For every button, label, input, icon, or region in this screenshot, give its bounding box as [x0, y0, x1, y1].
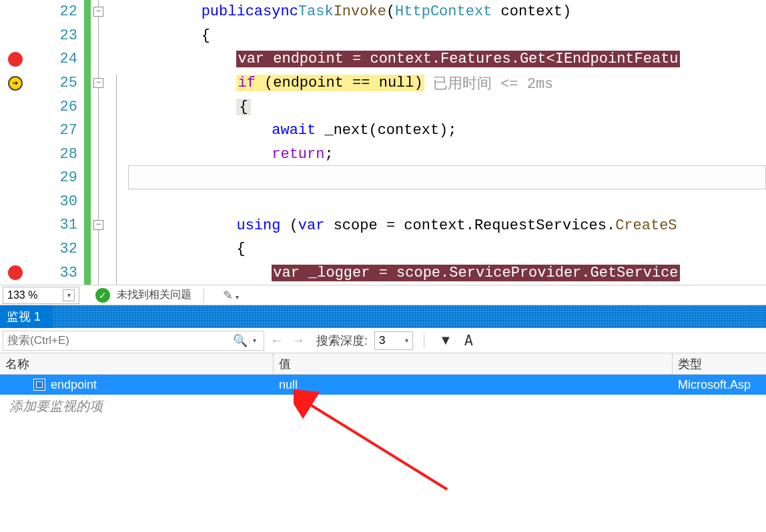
column-header-type[interactable]: 类型	[673, 353, 766, 374]
code-line[interactable]: public async Task Invoke(HttpContext con…	[128, 0, 766, 24]
search-input[interactable]	[7, 334, 233, 347]
line-number-margin: 22 23 24 25 26 27 28 29 30 31 32 33	[31, 0, 84, 285]
code-line[interactable]: using (var scope = context.RequestServic…	[128, 213, 766, 237]
health-ok-icon[interactable]: ✓	[95, 288, 110, 303]
watch-grid[interactable]: 名称 值 类型 endpoint null Microsoft.Asp 添加要监…	[0, 353, 766, 418]
fold-toggle-icon[interactable]: −	[93, 220, 103, 230]
text-visualizer-icon[interactable]: A	[464, 332, 473, 349]
code-line[interactable]: await _next(context);	[128, 119, 766, 143]
fold-toggle-icon[interactable]: −	[93, 78, 103, 88]
chevron-down-icon[interactable]: ▾	[236, 293, 239, 301]
line-number: 28	[31, 142, 84, 166]
search-depth-dropdown[interactable]: 3 ▾	[374, 331, 413, 350]
code-line[interactable]: if (endpoint == null) 已用时间 <= 2ms	[128, 71, 766, 95]
nav-forward-button[interactable]: →	[290, 332, 307, 349]
code-line[interactable]: {	[128, 95, 766, 119]
watch-row[interactable]: endpoint null Microsoft.Asp	[0, 375, 766, 395]
search-depth-label: 搜索深度:	[316, 333, 368, 349]
chevron-down-icon[interactable]: ▾	[249, 337, 260, 344]
search-icon[interactable]: 🔍	[233, 333, 248, 348]
line-number: 33	[31, 261, 84, 285]
watch-toolbar: 🔍 ▾ ← → 搜索深度: 3 ▾ ▼ A	[0, 328, 766, 353]
column-header-name[interactable]: 名称	[0, 353, 274, 374]
line-number: 23	[31, 24, 84, 48]
code-text-area[interactable]: public async Task Invoke(HttpContext con…	[128, 0, 766, 285]
code-editor[interactable]: ➔ 22 23 24 25 26 27 28 29 30 31 32 33 − …	[0, 0, 766, 285]
outlining-margin[interactable]: − − −	[91, 0, 128, 285]
line-number: 24	[31, 47, 84, 71]
line-number: 30	[31, 190, 84, 214]
watch-value: null	[279, 378, 298, 392]
code-line[interactable]: return;	[128, 143, 766, 167]
watch-type: Microsoft.Asp	[678, 378, 751, 392]
cleanup-icon[interactable]: ✎▾	[223, 288, 239, 303]
title-bar-grip[interactable]	[53, 305, 766, 328]
editor-status-bar: 133 % ▾ ✓ 未找到相关问题 ✎▾	[0, 285, 766, 305]
watch-search-box[interactable]: 🔍 ▾	[3, 331, 264, 351]
line-number: 22	[31, 0, 84, 24]
line-number: 32	[31, 237, 84, 261]
nav-back-button[interactable]: ←	[268, 332, 286, 349]
variable-icon	[33, 379, 45, 391]
watch-name: endpoint	[51, 378, 97, 392]
code-line[interactable]: }	[128, 166, 766, 190]
line-number: 31	[31, 213, 84, 237]
filter-icon[interactable]: ▼	[439, 333, 452, 348]
line-number: 29	[31, 166, 84, 190]
chevron-down-icon[interactable]: ▾	[63, 289, 75, 301]
column-header-value[interactable]: 值	[274, 353, 673, 374]
change-tracking-margin	[84, 0, 91, 285]
code-line[interactable]: {	[128, 237, 766, 261]
breakpoint-margin[interactable]: ➔	[0, 0, 31, 285]
add-watch-placeholder[interactable]: 添加要监视的项	[0, 395, 766, 418]
zoom-level-dropdown[interactable]: 133 % ▾	[3, 287, 79, 304]
code-line[interactable]	[128, 190, 766, 214]
line-number: 27	[31, 119, 84, 143]
fold-toggle-icon[interactable]: −	[93, 7, 103, 17]
watch-panel-title-bar[interactable]: 监视 1	[0, 305, 766, 328]
zoom-value: 133 %	[7, 289, 37, 301]
perf-tip: 已用时间 <= 2ms	[424, 73, 554, 93]
code-line[interactable]: var _logger = scope.ServiceProvider.GetS…	[128, 261, 766, 285]
watch-grid-header: 名称 值 类型	[0, 353, 766, 375]
code-line[interactable]: {	[128, 24, 766, 48]
search-depth-value: 3	[379, 334, 385, 347]
current-statement-icon: ➔	[8, 76, 23, 91]
watch-panel-title: 监视 1	[7, 309, 41, 325]
code-line[interactable]: var endpoint = context.Features.Get<IEnd…	[128, 47, 766, 71]
no-issues-label: 未找到相关问题	[117, 288, 192, 302]
line-number: 25	[31, 71, 84, 95]
breakpoint-icon[interactable]	[8, 265, 23, 280]
breakpoint-icon[interactable]	[8, 52, 23, 67]
chevron-down-icon[interactable]: ▾	[405, 337, 408, 344]
line-number: 26	[31, 95, 84, 119]
